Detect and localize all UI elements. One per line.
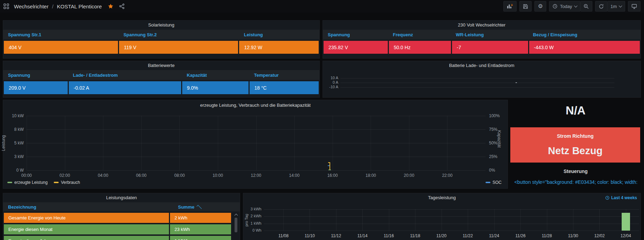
panel-title[interactable]: erzeugte Leistung, Verbrauch und die Bat…	[3, 101, 508, 110]
battery-chart-plot[interactable]: 10 A0 A-10 A	[340, 78, 614, 87]
stat-value: -7	[452, 41, 528, 54]
panel-title[interactable]: Tagesleistung	[243, 193, 641, 202]
panel-leistungsdaten: Leistungsdaten Bezeichnung Summe Gesamte…	[3, 193, 240, 240]
time-range-picker[interactable]: Today	[549, 1, 580, 12]
x-axis-tick: 11/16	[380, 233, 398, 238]
gridline	[27, 116, 27, 170]
gridline	[264, 224, 639, 224]
table-row[interactable]: Energie diesen Monat23 kWh	[3, 224, 240, 234]
legend-swatch	[7, 182, 12, 183]
na-stat-value: N/A	[510, 104, 641, 117]
gridline	[179, 116, 180, 170]
table-row[interactable]: Energie dieses Jahr1 MWh	[3, 236, 240, 240]
add-panel-button[interactable]: +	[503, 1, 517, 12]
gridline	[310, 209, 310, 231]
gridline	[103, 116, 103, 170]
steuerung-title[interactable]: Steuerung	[510, 168, 641, 174]
zoom-out-icon	[584, 4, 589, 9]
legend-item[interactable]: SOC	[486, 180, 502, 185]
panel-230v-wechselrichter: 230 Volt Wechselrichter Spannung Frequen…	[323, 20, 641, 59]
bar[interactable]	[622, 213, 630, 231]
panel-title[interactable]: Leistungsdaten	[3, 193, 240, 202]
panel-tagesleistung: Tagesleistung Last 4 weeks pro Tag 3 kWh…	[243, 193, 641, 240]
chevron-down-icon	[619, 4, 622, 8]
share-icon[interactable]	[119, 3, 125, 9]
gridline	[415, 209, 415, 231]
stat-value: -0.02 A	[69, 81, 181, 94]
star-icon[interactable]	[108, 3, 113, 9]
strom-richtung-value: Netz Bezug	[548, 145, 602, 157]
grafana-dashboard: Wechselrichter / KOSTAL Plenticore + ⚙	[0, 0, 644, 240]
gridline	[362, 209, 363, 231]
zoom-out-button[interactable]	[580, 1, 592, 12]
stat-header-row: Spannung Lade- / Entladestrom Kapazität …	[3, 70, 319, 80]
panel-title[interactable]: Solarleistung	[3, 21, 319, 30]
stat-value: 50.0 Hz	[389, 41, 451, 54]
refresh-button[interactable]	[595, 1, 607, 12]
gridline	[141, 116, 142, 170]
x-axis-tick: 06:00	[133, 173, 150, 178]
stat-header: Lade- / Entladestrom	[68, 73, 182, 78]
x-axis-tick: 11/22	[459, 233, 477, 238]
gridline	[218, 116, 218, 170]
dashboard-settings-button[interactable]: ⚙	[534, 1, 546, 12]
stat-header: Kapazität	[182, 73, 249, 78]
refresh-interval-picker[interactable]: 1m	[607, 1, 625, 12]
stat-value: -443.0 W	[529, 41, 640, 54]
steuerung-code-text: <button style="background: #E03434; colo…	[508, 179, 644, 185]
y-axis-tick-left: 10 kW	[6, 113, 24, 118]
stat-value: 12.92 W	[239, 41, 319, 54]
table-header-summe[interactable]: Summe	[168, 204, 202, 210]
breadcrumb-page[interactable]: KOSTAL Plenticore	[57, 3, 102, 9]
gridline	[340, 83, 614, 83]
x-axis-tick: 02:00	[56, 173, 74, 178]
x-axis-tick: 10:00	[209, 173, 227, 178]
panel-time-override[interactable]: Last 4 weeks	[605, 195, 637, 200]
kiosk-mode-button[interactable]	[628, 1, 641, 12]
y-axis-tick: 3 kWh	[246, 207, 261, 211]
scrollbar-thumb[interactable]	[235, 218, 237, 232]
main-chart-plot[interactable]: 10 kW100%8 kW75%5 kW50%3 kW25%0 W0%00:00…	[27, 116, 486, 170]
breadcrumb-section[interactable]: Wechselrichter	[14, 3, 49, 9]
verbrauch-spike-cap	[328, 162, 330, 163]
panel-title[interactable]: Batteriewerte	[3, 61, 319, 70]
chart-legend-right: SOC	[486, 180, 502, 185]
gridline	[371, 116, 371, 170]
strom-richtung-title: Strom Richtung	[557, 133, 594, 139]
table-scrollbar[interactable]	[234, 213, 238, 240]
table-row[interactable]: Gesamte Energie von Heute2 kWh	[3, 213, 240, 223]
legend-item[interactable]: erzeugte Leistung	[7, 180, 47, 185]
gridline	[389, 209, 389, 231]
stat-value: 235.82 V	[324, 41, 388, 54]
x-axis-tick: 11/08	[274, 233, 293, 238]
y-axis-tick-left: 0 W	[6, 168, 24, 173]
legend-item[interactable]: Verbrauch	[54, 180, 80, 185]
x-axis-tick: 14:00	[286, 173, 303, 178]
panel-batteriewerte: Batteriewerte Spannung Lade- / Entladest…	[3, 61, 320, 98]
stat-header: Bezug / Einspeisung	[528, 32, 641, 37]
scroll-up-icon[interactable]	[234, 214, 238, 217]
table-header-bezeichnung[interactable]: Bezeichnung	[3, 204, 168, 210]
y-axis-title-left: Leistung	[1, 135, 6, 151]
clock-icon	[553, 4, 557, 9]
legend-swatch	[486, 182, 490, 183]
x-axis-tick: 00:00	[18, 173, 35, 178]
tages-chart-plot[interactable]: 3 kWh2 kWh1 kWh0 Wh11/0811/1011/1211/141…	[264, 209, 639, 231]
panel-title[interactable]: Batterie Lade- und Entladestrom	[323, 61, 641, 70]
legend-label: erzeugte Leistung	[14, 180, 47, 185]
chart-legend: erzeugte LeistungVerbrauch	[7, 180, 86, 185]
breadcrumb-separator: /	[52, 3, 53, 9]
panel-title[interactable]: 230 Volt Wechselrichter	[323, 21, 641, 30]
y-axis-tick-right: 100%	[489, 113, 505, 118]
x-axis-tick: 11/14	[353, 233, 371, 238]
y-axis-tick: 0 Wh	[246, 228, 261, 232]
dashboard-grid-icon[interactable]	[3, 3, 9, 9]
stat-value: 18 °C	[250, 81, 319, 94]
x-axis-tick: 11/24	[485, 233, 503, 238]
gridline	[520, 209, 521, 231]
table-body: Gesamte Energie von Heute2 kWhEnergie di…	[3, 213, 240, 240]
stat-header: Spannung	[3, 73, 68, 78]
save-dashboard-button[interactable]	[519, 1, 532, 12]
gridline	[333, 116, 333, 170]
gridline	[340, 78, 614, 78]
